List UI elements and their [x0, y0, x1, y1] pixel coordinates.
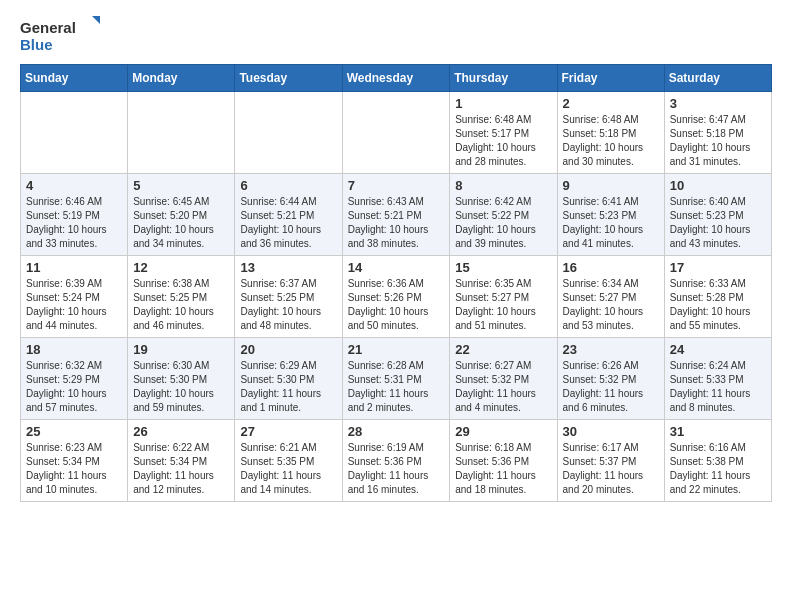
day-number: 22 [455, 342, 551, 357]
calendar-week-row: 18Sunrise: 6:32 AM Sunset: 5:29 PM Dayli… [21, 338, 772, 420]
day-number: 14 [348, 260, 445, 275]
day-info: Sunrise: 6:35 AM Sunset: 5:27 PM Dayligh… [455, 277, 551, 333]
day-info: Sunrise: 6:48 AM Sunset: 5:17 PM Dayligh… [455, 113, 551, 169]
day-info: Sunrise: 6:29 AM Sunset: 5:30 PM Dayligh… [240, 359, 336, 415]
day-number: 31 [670, 424, 766, 439]
day-info: Sunrise: 6:39 AM Sunset: 5:24 PM Dayligh… [26, 277, 122, 333]
day-info: Sunrise: 6:19 AM Sunset: 5:36 PM Dayligh… [348, 441, 445, 497]
calendar-header-row: SundayMondayTuesdayWednesdayThursdayFrid… [21, 65, 772, 92]
col-header-monday: Monday [128, 65, 235, 92]
day-info: Sunrise: 6:21 AM Sunset: 5:35 PM Dayligh… [240, 441, 336, 497]
calendar-week-row: 11Sunrise: 6:39 AM Sunset: 5:24 PM Dayli… [21, 256, 772, 338]
calendar-week-row: 25Sunrise: 6:23 AM Sunset: 5:34 PM Dayli… [21, 420, 772, 502]
day-number: 9 [563, 178, 659, 193]
calendar-cell: 27Sunrise: 6:21 AM Sunset: 5:35 PM Dayli… [235, 420, 342, 502]
calendar-cell [128, 92, 235, 174]
calendar-week-row: 1Sunrise: 6:48 AM Sunset: 5:17 PM Daylig… [21, 92, 772, 174]
calendar-cell: 9Sunrise: 6:41 AM Sunset: 5:23 PM Daylig… [557, 174, 664, 256]
calendar-cell: 24Sunrise: 6:24 AM Sunset: 5:33 PM Dayli… [664, 338, 771, 420]
day-number: 30 [563, 424, 659, 439]
calendar-cell: 7Sunrise: 6:43 AM Sunset: 5:21 PM Daylig… [342, 174, 450, 256]
day-number: 17 [670, 260, 766, 275]
calendar-cell [342, 92, 450, 174]
day-number: 19 [133, 342, 229, 357]
day-info: Sunrise: 6:38 AM Sunset: 5:25 PM Dayligh… [133, 277, 229, 333]
day-number: 4 [26, 178, 122, 193]
day-number: 28 [348, 424, 445, 439]
day-info: Sunrise: 6:17 AM Sunset: 5:37 PM Dayligh… [563, 441, 659, 497]
calendar-cell: 17Sunrise: 6:33 AM Sunset: 5:28 PM Dayli… [664, 256, 771, 338]
calendar-cell: 19Sunrise: 6:30 AM Sunset: 5:30 PM Dayli… [128, 338, 235, 420]
calendar-cell: 13Sunrise: 6:37 AM Sunset: 5:25 PM Dayli… [235, 256, 342, 338]
day-info: Sunrise: 6:34 AM Sunset: 5:27 PM Dayligh… [563, 277, 659, 333]
day-number: 25 [26, 424, 122, 439]
day-info: Sunrise: 6:16 AM Sunset: 5:38 PM Dayligh… [670, 441, 766, 497]
col-header-wednesday: Wednesday [342, 65, 450, 92]
day-number: 8 [455, 178, 551, 193]
calendar-cell [21, 92, 128, 174]
col-header-thursday: Thursday [450, 65, 557, 92]
day-number: 5 [133, 178, 229, 193]
calendar-cell: 10Sunrise: 6:40 AM Sunset: 5:23 PM Dayli… [664, 174, 771, 256]
day-number: 10 [670, 178, 766, 193]
calendar-cell: 29Sunrise: 6:18 AM Sunset: 5:36 PM Dayli… [450, 420, 557, 502]
col-header-friday: Friday [557, 65, 664, 92]
day-number: 6 [240, 178, 336, 193]
day-number: 21 [348, 342, 445, 357]
day-info: Sunrise: 6:40 AM Sunset: 5:23 PM Dayligh… [670, 195, 766, 251]
logo-svg: General Blue [20, 16, 100, 58]
day-number: 2 [563, 96, 659, 111]
day-info: Sunrise: 6:43 AM Sunset: 5:21 PM Dayligh… [348, 195, 445, 251]
calendar-cell: 18Sunrise: 6:32 AM Sunset: 5:29 PM Dayli… [21, 338, 128, 420]
calendar-cell: 12Sunrise: 6:38 AM Sunset: 5:25 PM Dayli… [128, 256, 235, 338]
day-number: 16 [563, 260, 659, 275]
day-info: Sunrise: 6:48 AM Sunset: 5:18 PM Dayligh… [563, 113, 659, 169]
day-info: Sunrise: 6:45 AM Sunset: 5:20 PM Dayligh… [133, 195, 229, 251]
logo: General Blue [20, 16, 100, 58]
calendar-week-row: 4Sunrise: 6:46 AM Sunset: 5:19 PM Daylig… [21, 174, 772, 256]
day-info: Sunrise: 6:23 AM Sunset: 5:34 PM Dayligh… [26, 441, 122, 497]
day-number: 18 [26, 342, 122, 357]
day-info: Sunrise: 6:26 AM Sunset: 5:32 PM Dayligh… [563, 359, 659, 415]
header: General Blue [20, 16, 772, 58]
calendar-cell: 15Sunrise: 6:35 AM Sunset: 5:27 PM Dayli… [450, 256, 557, 338]
day-info: Sunrise: 6:32 AM Sunset: 5:29 PM Dayligh… [26, 359, 122, 415]
day-info: Sunrise: 6:36 AM Sunset: 5:26 PM Dayligh… [348, 277, 445, 333]
calendar-cell: 2Sunrise: 6:48 AM Sunset: 5:18 PM Daylig… [557, 92, 664, 174]
day-info: Sunrise: 6:28 AM Sunset: 5:31 PM Dayligh… [348, 359, 445, 415]
svg-marker-2 [92, 16, 100, 26]
calendar-cell: 23Sunrise: 6:26 AM Sunset: 5:32 PM Dayli… [557, 338, 664, 420]
day-info: Sunrise: 6:46 AM Sunset: 5:19 PM Dayligh… [26, 195, 122, 251]
calendar-cell: 26Sunrise: 6:22 AM Sunset: 5:34 PM Dayli… [128, 420, 235, 502]
col-header-saturday: Saturday [664, 65, 771, 92]
col-header-tuesday: Tuesday [235, 65, 342, 92]
calendar-cell: 11Sunrise: 6:39 AM Sunset: 5:24 PM Dayli… [21, 256, 128, 338]
calendar-cell: 25Sunrise: 6:23 AM Sunset: 5:34 PM Dayli… [21, 420, 128, 502]
day-info: Sunrise: 6:18 AM Sunset: 5:36 PM Dayligh… [455, 441, 551, 497]
day-number: 23 [563, 342, 659, 357]
calendar-cell: 21Sunrise: 6:28 AM Sunset: 5:31 PM Dayli… [342, 338, 450, 420]
day-number: 20 [240, 342, 336, 357]
day-number: 7 [348, 178, 445, 193]
day-number: 3 [670, 96, 766, 111]
day-info: Sunrise: 6:24 AM Sunset: 5:33 PM Dayligh… [670, 359, 766, 415]
day-number: 24 [670, 342, 766, 357]
day-info: Sunrise: 6:41 AM Sunset: 5:23 PM Dayligh… [563, 195, 659, 251]
calendar-cell [235, 92, 342, 174]
calendar-cell: 16Sunrise: 6:34 AM Sunset: 5:27 PM Dayli… [557, 256, 664, 338]
svg-text:Blue: Blue [20, 36, 53, 53]
calendar-cell: 3Sunrise: 6:47 AM Sunset: 5:18 PM Daylig… [664, 92, 771, 174]
calendar-table: SundayMondayTuesdayWednesdayThursdayFrid… [20, 64, 772, 502]
day-info: Sunrise: 6:27 AM Sunset: 5:32 PM Dayligh… [455, 359, 551, 415]
calendar-cell: 4Sunrise: 6:46 AM Sunset: 5:19 PM Daylig… [21, 174, 128, 256]
calendar-cell: 20Sunrise: 6:29 AM Sunset: 5:30 PM Dayli… [235, 338, 342, 420]
day-number: 11 [26, 260, 122, 275]
calendar-cell: 5Sunrise: 6:45 AM Sunset: 5:20 PM Daylig… [128, 174, 235, 256]
day-number: 26 [133, 424, 229, 439]
calendar-cell: 1Sunrise: 6:48 AM Sunset: 5:17 PM Daylig… [450, 92, 557, 174]
day-number: 15 [455, 260, 551, 275]
day-info: Sunrise: 6:44 AM Sunset: 5:21 PM Dayligh… [240, 195, 336, 251]
day-info: Sunrise: 6:33 AM Sunset: 5:28 PM Dayligh… [670, 277, 766, 333]
day-info: Sunrise: 6:22 AM Sunset: 5:34 PM Dayligh… [133, 441, 229, 497]
day-number: 29 [455, 424, 551, 439]
